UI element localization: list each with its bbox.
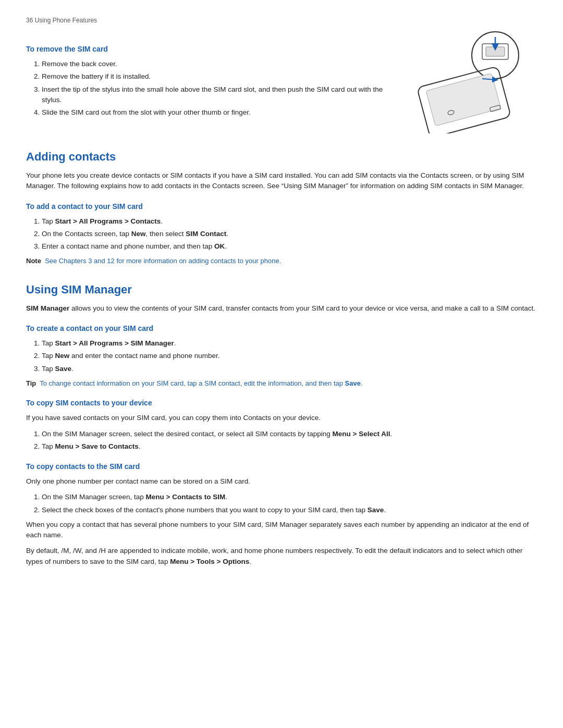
copy-contacts-footer-2: By default, /M, /W, and /H are appended … xyxy=(26,546,537,567)
remove-sim-step-4: Slide the SIM card out from the slot wit… xyxy=(42,107,391,118)
remove-sim-heading: To remove the SIM card xyxy=(26,44,391,55)
create-contact-step-3: Tap Save. xyxy=(42,364,537,374)
add-to-sim-steps: Tap Start > All Programs > Contacts. On … xyxy=(42,216,537,252)
create-contact-heading: To create a contact on your SIM card xyxy=(26,323,537,334)
sim-manager-intro: SIM Manager allows you to view the conte… xyxy=(26,303,537,314)
sim-removal-diagram xyxy=(407,29,532,133)
copy-sim-to-device-step-1: On the SIM Manager screen, select the de… xyxy=(42,429,537,439)
copy-contacts-to-sim-step-2: Select the check boxes of the contact's … xyxy=(42,505,537,515)
copy-sim-to-device-intro: If you have saved contacts on your SIM c… xyxy=(26,413,537,423)
remove-sim-section: To remove the SIM card Remove the back c… xyxy=(26,34,391,122)
create-contact-steps: Tap Start > All Programs > SIM Manager. … xyxy=(42,338,537,374)
adding-contacts-intro: Your phone lets you create device contac… xyxy=(26,170,537,192)
top-section: To remove the SIM card Remove the back c… xyxy=(26,34,537,133)
copy-contacts-footer-1: When you copy a contact that has several… xyxy=(26,520,537,541)
copy-contacts-to-sim-intro: Only one phone number per contact name c… xyxy=(26,476,537,487)
remove-sim-step-3: Insert the tip of the stylus into the sm… xyxy=(42,84,391,106)
add-to-sim-note: Note See Chapters 3 and 12 for more info… xyxy=(26,256,537,266)
copy-sim-to-device-heading: To copy SIM contacts to your device xyxy=(26,398,537,409)
using-sim-manager-heading: Using SIM Manager xyxy=(26,281,537,298)
remove-sim-steps: Remove the back cover. Remove the batter… xyxy=(42,59,391,118)
adding-contacts-section: Adding contacts Your phone lets you crea… xyxy=(26,148,537,266)
device-illustration xyxy=(401,29,537,133)
copy-contacts-to-sim-step-1: On the SIM Manager screen, tap Menu > Co… xyxy=(42,492,537,502)
svg-rect-6 xyxy=(426,73,501,126)
copy-contacts-to-sim-heading: To copy contacts to the SIM card xyxy=(26,461,537,472)
copy-sim-to-device-steps: On the SIM Manager screen, select the de… xyxy=(42,429,537,452)
using-sim-manager-section: Using SIM Manager SIM Manager allows you… xyxy=(26,281,537,567)
create-contact-tip: Tip To change contact information on you… xyxy=(26,378,537,389)
note-text: See Chapters 3 and 12 for more informati… xyxy=(45,257,281,265)
remove-sim-step-1: Remove the back cover. xyxy=(42,59,391,69)
add-to-sim-step-2: On the Contacts screen, tap New, then se… xyxy=(42,229,537,239)
tip-text: To change contact information on your SI… xyxy=(40,379,362,387)
svg-rect-2 xyxy=(486,47,505,56)
tip-label: Tip xyxy=(26,379,36,387)
add-to-sim-heading: To add a contact to your SIM card xyxy=(26,201,537,212)
create-contact-step-2: Tap New and enter the contact name and p… xyxy=(42,351,537,361)
remove-sim-step-2: Remove the battery if it is installed. xyxy=(42,71,391,82)
adding-contacts-heading: Adding contacts xyxy=(26,148,537,165)
add-to-sim-step-1: Tap Start > All Programs > Contacts. xyxy=(42,216,537,227)
copy-contacts-to-sim-steps: On the SIM Manager screen, tap Menu > Co… xyxy=(42,492,537,515)
page-header: 36 Using Phone Features xyxy=(26,16,537,25)
create-contact-step-1: Tap Start > All Programs > SIM Manager. xyxy=(42,338,537,349)
add-to-sim-step-3: Enter a contact name and phone number, a… xyxy=(42,241,537,252)
note-label: Note xyxy=(26,257,41,265)
copy-sim-to-device-step-2: Tap Menu > Save to Contacts. xyxy=(42,441,537,452)
